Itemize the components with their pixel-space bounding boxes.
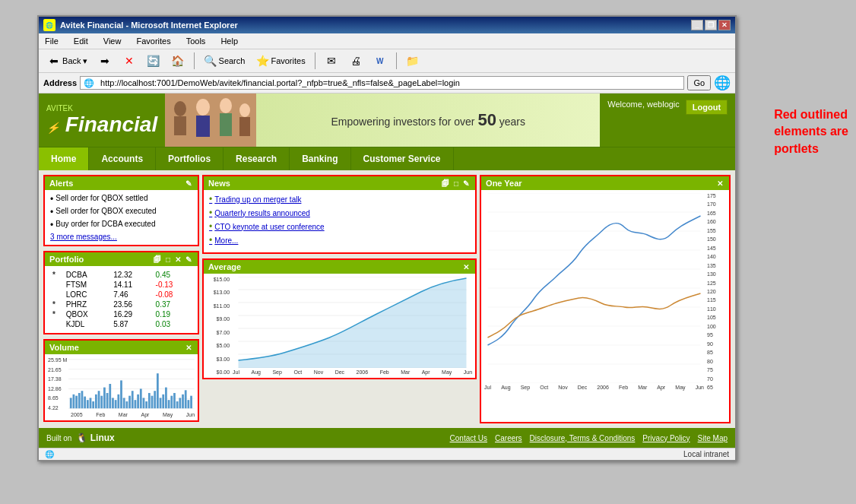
search-button[interactable]: 🔍 Search xyxy=(200,52,249,70)
site-content: AVITEK ⚡ Financial xyxy=(39,94,735,448)
menu-help[interactable]: Help xyxy=(217,35,241,47)
minimize-button[interactable]: _ xyxy=(691,20,703,30)
zone-label: Local intranet xyxy=(683,450,729,458)
logo-small: AVITEK xyxy=(46,104,157,113)
refresh-icon: 🔄 xyxy=(147,54,160,68)
window-controls[interactable]: _ ❐ ✕ xyxy=(691,20,731,30)
print-button[interactable]: 🖨 xyxy=(345,52,366,70)
svg-rect-30 xyxy=(109,384,112,408)
header-right: Welcome, weblogic Logout xyxy=(600,94,735,147)
media-button[interactable]: 📁 xyxy=(402,52,423,70)
y-label: $3.00 xyxy=(207,357,230,362)
volume-close-icon[interactable]: ✕ xyxy=(184,344,193,352)
news-link-text: Quarterly results announced xyxy=(214,209,310,217)
news-icon2[interactable]: □ xyxy=(452,179,460,188)
x-label: Dec xyxy=(578,385,587,390)
x-label: May xyxy=(163,412,173,417)
y-label: 65 xyxy=(707,385,726,390)
nav-accounts[interactable]: Accounts xyxy=(89,147,156,170)
portfolio-icons: 🗐 □ ✕ ✎ xyxy=(152,255,193,264)
stop-button[interactable]: ✕ xyxy=(119,52,140,70)
average-title: Average xyxy=(208,262,241,271)
nav-banking[interactable]: Banking xyxy=(290,147,350,170)
disclosure-link[interactable]: Disclosure, Terms & Conditions xyxy=(530,434,636,442)
menu-view[interactable]: View xyxy=(100,35,125,47)
volume-chart-svg xyxy=(68,357,195,410)
svg-rect-40 xyxy=(138,395,140,408)
nav-customer-service[interactable]: Customer Service xyxy=(351,147,454,170)
alerts-edit-icon[interactable]: ✎ xyxy=(184,179,193,188)
careers-link[interactable]: Careers xyxy=(495,434,522,442)
average-chart-svg xyxy=(233,277,472,368)
sitemap-link[interactable]: Site Map xyxy=(698,434,728,442)
y-label: $11.00 xyxy=(207,303,230,309)
menu-tools[interactable]: Tools xyxy=(183,35,209,47)
mail-icon: ✉ xyxy=(325,54,338,68)
news-link[interactable]: • Trading up on merger talk xyxy=(209,194,470,204)
news-icon1[interactable]: 🗐 xyxy=(440,179,451,188)
menu-bar: File Edit View Favorites Tools Help xyxy=(39,33,735,49)
close-button[interactable]: ✕ xyxy=(718,20,731,30)
symbol-cell: LORC xyxy=(64,290,111,300)
one-year-chart-svg xyxy=(484,193,704,383)
forward-button[interactable]: ➡ xyxy=(94,52,116,70)
mail-button[interactable]: ✉ xyxy=(321,52,342,70)
logout-button[interactable]: Logout xyxy=(686,100,728,115)
x-label: Feb xyxy=(96,412,105,417)
star-cell xyxy=(50,280,64,290)
ie-icon: 🌐 xyxy=(714,74,731,91)
y-label: 175 xyxy=(707,193,726,198)
y-label: 130 xyxy=(707,271,726,277)
portfolio-close-icon[interactable]: ✕ xyxy=(173,255,182,264)
word-button[interactable]: W xyxy=(369,52,391,70)
alerts-portlet: Alerts ✎ • Sell order for QBOX settled xyxy=(43,175,199,246)
svg-rect-20 xyxy=(81,391,84,408)
portfolio-icon1[interactable]: 🗐 xyxy=(152,255,163,264)
portfolio-edit-icon[interactable]: ✎ xyxy=(184,255,193,264)
svg-rect-8 xyxy=(239,117,250,136)
address-input[interactable] xyxy=(97,78,680,88)
news-edit-icon[interactable]: ✎ xyxy=(461,179,471,188)
portfolio-icon2[interactable]: □ xyxy=(164,255,172,264)
restore-button[interactable]: ❐ xyxy=(705,20,717,30)
one-year-chart-body: Jul Aug Sep Oct Nov Dec 2006 Feb xyxy=(481,190,729,393)
bullet-icon: • xyxy=(209,235,212,246)
svg-rect-54 xyxy=(176,401,179,408)
average-close-icon[interactable]: ✕ xyxy=(461,263,471,271)
y-label: 80 xyxy=(707,359,726,364)
svg-rect-4 xyxy=(196,116,210,137)
price-cell: 14.11 xyxy=(111,280,153,290)
refresh-button[interactable]: 🔄 xyxy=(143,52,164,70)
news-link[interactable]: • Quarterly results announced xyxy=(209,208,470,218)
menu-file[interactable]: File xyxy=(42,35,62,47)
one-year-close-icon[interactable]: ✕ xyxy=(715,179,724,188)
contact-link[interactable]: Contact Us xyxy=(450,434,487,442)
menu-favorites[interactable]: Favorites xyxy=(133,35,173,47)
back-button[interactable]: ⬅ Back ▾ xyxy=(43,52,90,70)
more-messages[interactable]: 3 more messages... xyxy=(50,233,192,241)
svg-rect-42 xyxy=(143,398,145,408)
portfolio-body: * DCBA 12.32 0.45 FTSM 14 xyxy=(45,266,198,333)
left-column: Alerts ✎ • Sell order for QBOX settled xyxy=(43,175,199,423)
svg-rect-25 xyxy=(95,395,97,408)
y-label: $7.00 xyxy=(207,330,230,335)
x-label: May xyxy=(675,385,685,390)
news-link[interactable]: • CTO keynote at user conference xyxy=(209,221,470,232)
news-portlet: News 🗐 □ ✎ • Trading up on m xyxy=(202,175,477,254)
y-label: 75 xyxy=(707,367,726,372)
nav-portfolios[interactable]: Portfolios xyxy=(156,147,224,170)
nav-home[interactable]: Home xyxy=(39,147,89,170)
favorites-button[interactable]: ⭐ Favorites xyxy=(252,52,309,70)
address-icon: 🌐 xyxy=(84,78,94,88)
privacy-link[interactable]: Privacy Policy xyxy=(642,434,690,442)
x-label: Apr xyxy=(657,385,665,390)
list-item: • Sell order for QBOX settled xyxy=(50,194,192,204)
window-title: Avitek Financial - Microsoft Internet Ex… xyxy=(60,21,238,30)
go-button[interactable]: Go xyxy=(687,75,711,90)
nav-research[interactable]: Research xyxy=(224,147,290,170)
news-link[interactable]: • More... xyxy=(209,235,470,246)
y-label: 100 xyxy=(707,324,726,329)
y-label: 70 xyxy=(707,376,726,382)
home-button[interactable]: 🏠 xyxy=(167,52,189,70)
menu-edit[interactable]: Edit xyxy=(71,35,91,47)
